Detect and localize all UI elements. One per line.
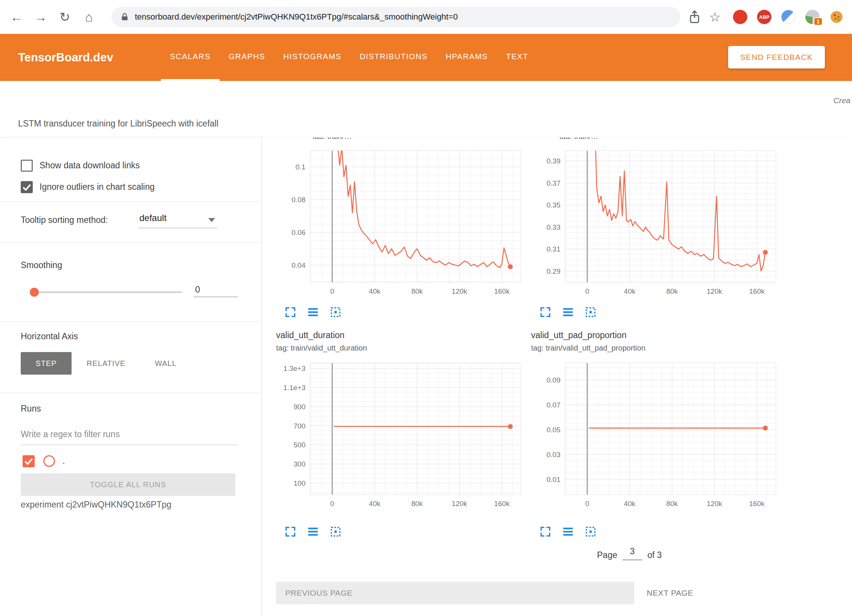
svg-text:80k: 80k (411, 287, 423, 295)
blue-extension-icon[interactable] (781, 10, 796, 24)
adblock-extension-icon[interactable] (733, 10, 747, 24)
page-of-label: of 3 (647, 550, 662, 560)
page-input[interactable] (623, 546, 642, 560)
tooltip-sorting-value: default (139, 213, 166, 223)
chart-toolbar (284, 525, 342, 538)
refresh-icon[interactable]: ↻ (56, 9, 73, 25)
svg-text:0.01: 0.01 (547, 476, 560, 483)
tensorboard-header: TensorBoard.dev SCALARS GRAPHS HISTOGRAM… (0, 34, 852, 81)
svg-text:160k: 160k (494, 287, 510, 295)
axis-relative-button[interactable]: RELATIVE (84, 352, 128, 375)
svg-text:0: 0 (585, 500, 589, 508)
svg-text:80k: 80k (411, 500, 423, 508)
home-icon[interactable]: ⌂ (81, 9, 97, 25)
chart-toolbar (539, 306, 597, 319)
fit-domain-icon[interactable] (329, 306, 342, 319)
extension-badge: 1 (814, 17, 823, 26)
svg-text:700: 700 (293, 422, 305, 430)
divider (0, 322, 261, 322)
fit-domain-icon[interactable] (584, 525, 597, 538)
back-icon[interactable]: ← (8, 9, 25, 25)
top-nav: SCALARS GRAPHS HISTOGRAMS DISTRIBUTIONS … (161, 34, 537, 81)
svg-text:500: 500 (293, 441, 305, 449)
show-download-checkbox[interactable] (21, 160, 33, 172)
svg-text:0.35: 0.35 (547, 201, 560, 209)
tab-scalars[interactable]: SCALARS (161, 34, 220, 81)
tooltip-sorting-label: Tooltip sorting method: (21, 215, 108, 225)
forward-icon[interactable]: → (32, 9, 49, 25)
scalar-chart[interactable]: 0.040.060.080.1040k80k120k160k (276, 148, 525, 297)
horizontal-axis-label: Horizontal Axis (21, 331, 78, 342)
axis-step-button[interactable]: STEP (21, 352, 72, 375)
tab-text[interactable]: TEXT (497, 34, 537, 81)
fit-domain-icon[interactable] (584, 306, 597, 319)
url-bar[interactable]: tensorboard.dev/experiment/cj2vtPiwQHKN9… (111, 7, 680, 27)
toggle-all-runs-button[interactable]: TOGGLE ALL RUNS (21, 473, 235, 496)
tab-graphs[interactable]: GRAPHS (220, 34, 274, 81)
chevron-down-icon (208, 218, 215, 222)
svg-text:0.29: 0.29 (547, 267, 560, 275)
svg-text:0: 0 (585, 287, 589, 295)
abp-extension-icon[interactable]: ABP (757, 10, 771, 24)
svg-text:40k: 40k (624, 500, 635, 508)
pagination: Page of 3 (597, 546, 662, 560)
fit-domain-icon[interactable] (329, 525, 342, 538)
smoothing-value[interactable]: 0 (194, 283, 238, 297)
ignore-outliers-checkbox[interactable] (21, 181, 33, 193)
settings-sidebar: Show data download links Ignore outliers… (0, 137, 262, 616)
send-feedback-button[interactable]: SEND FEEDBACK (728, 46, 825, 69)
slider-thumb[interactable] (30, 288, 39, 297)
ignore-outliers-label: Ignore outliers in chart scaling (40, 182, 155, 192)
chart-tag: tag: train/valid_utt_duration (276, 344, 367, 352)
chart-card: valid_utt_duration tag: train/valid_utt_… (276, 330, 525, 616)
scalar-chart[interactable]: 1003005007009001.1e+31.3e+3040k80k120k16… (276, 360, 525, 510)
run-checkbox[interactable] (23, 455, 35, 467)
svg-text:300: 300 (293, 460, 305, 468)
fullscreen-icon[interactable] (539, 525, 552, 538)
runs-list-icon[interactable] (562, 306, 574, 319)
tab-hparams[interactable]: HPARAMS (437, 34, 497, 81)
svg-text:40k: 40k (624, 287, 635, 295)
scalar-chart[interactable]: 0.010.030.050.070.09040k80k120k160k (531, 360, 780, 510)
chart-title: valid_utt_pad_proportion (531, 330, 626, 340)
svg-text:160k: 160k (494, 500, 510, 508)
experiment-title: LSTM transducer training for LibriSpeech… (18, 119, 218, 129)
chart-title: valid_utt_duration (276, 330, 345, 340)
axis-wall-button[interactable]: WALL (153, 352, 179, 375)
run-color-swatch[interactable] (43, 455, 55, 467)
cookie-extension-icon[interactable] (829, 10, 844, 24)
svg-text:160k: 160k (749, 287, 765, 295)
page-label: Page (597, 550, 617, 560)
chart-tag-clipped: tag: train/… (559, 137, 718, 139)
svg-text:120k: 120k (452, 287, 467, 295)
tooltip-sorting-dropdown[interactable]: default (139, 211, 217, 228)
next-page-button[interactable]: NEXT PAGE (647, 582, 693, 604)
previous-page-button[interactable]: PREVIOUS PAGE (276, 582, 634, 604)
lock-icon (120, 12, 130, 22)
chart-tag: tag: train/valid_utt_pad_proportion (531, 344, 646, 352)
slider-track[interactable] (30, 291, 182, 293)
runs-list-icon[interactable] (562, 525, 574, 538)
fullscreen-icon[interactable] (284, 306, 297, 319)
fullscreen-icon[interactable] (539, 306, 552, 319)
svg-text:900: 900 (293, 403, 305, 411)
tab-distributions[interactable]: DISTRIBUTIONS (351, 34, 437, 81)
tab-histograms[interactable]: HISTOGRAMS (274, 34, 351, 81)
svg-text:0.06: 0.06 (292, 229, 305, 236)
svg-text:0.33: 0.33 (547, 223, 560, 231)
runs-list-icon[interactable] (307, 525, 319, 538)
bookmark-star-icon[interactable]: ☆ (707, 9, 723, 25)
runs-list-icon[interactable] (307, 306, 319, 319)
svg-text:0.09: 0.09 (547, 376, 560, 384)
smoothing-slider[interactable] (30, 288, 182, 297)
fullscreen-icon[interactable] (284, 525, 297, 538)
run-name: . (63, 456, 65, 466)
svg-text:120k: 120k (707, 287, 722, 295)
scalar-chart[interactable]: 0.290.310.330.350.370.39040k80k120k160k (531, 148, 780, 297)
profile-extension-icon[interactable]: 1 (805, 10, 820, 24)
divider (0, 393, 261, 393)
chart-toolbar (539, 525, 597, 538)
svg-text:80k: 80k (666, 500, 678, 508)
share-icon[interactable] (687, 9, 702, 24)
runs-filter-input[interactable] (21, 424, 238, 445)
